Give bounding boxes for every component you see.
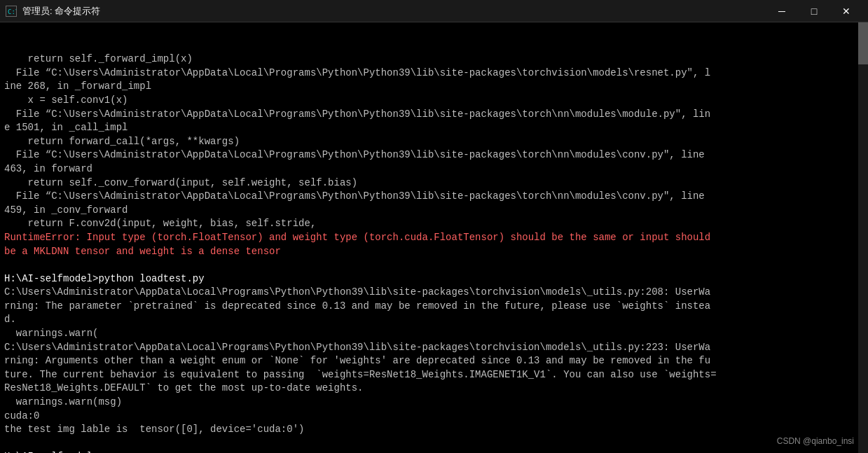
terminal-line: File “C:\Users\Administrator\AppData\Loc… [4, 148, 864, 162]
terminal-line: C:\Users\Administrator\AppData\Local\Pro… [4, 341, 864, 355]
terminal-line: ResNet18_Weights.DEFAULT` to get the mos… [4, 382, 864, 396]
terminal-line: File “C:\Users\Administrator\AppData\Loc… [4, 190, 864, 204]
terminal-content: return self._forward_impl(x) File “C:\Us… [4, 53, 864, 453]
terminal-line: ine 268, in _forward_impl [4, 80, 864, 94]
terminal-line: H:\AI-selfmodel> [4, 450, 864, 453]
terminal-line: rning: Arguments other than a weight enu… [4, 354, 864, 368]
window-title: 管理员: 命令提示符 [22, 5, 100, 18]
window-controls: ─ □ ✕ [766, 0, 862, 22]
terminal-line: return self._forward_impl(x) [4, 53, 864, 67]
terminal-line: the test img lable is tensor([0], device… [4, 423, 864, 437]
svg-text:C:\: C:\ [8, 8, 16, 15]
terminal-line: 459, in _conv_forward [4, 204, 864, 218]
terminal-line: return forward_call(*args, **kwargs) [4, 135, 864, 149]
terminal-line: File “C:\Users\Administrator\AppData\Loc… [4, 108, 864, 122]
scrollbar[interactable] [858, 22, 868, 453]
terminal-line: return F.conv2d(input, weight, bias, sel… [4, 217, 864, 231]
terminal-line: warnings.warn(msg) [4, 396, 864, 410]
terminal-line: be a MKLDNN tensor and weight is a dense… [4, 245, 864, 259]
maximize-button[interactable]: □ [798, 0, 830, 22]
terminal-body[interactable]: return self._forward_impl(x) File “C:\Us… [0, 22, 868, 453]
close-button[interactable]: ✕ [830, 0, 862, 22]
terminal-window: C:\ 管理员: 命令提示符 ─ □ ✕ return self._forwar… [0, 0, 868, 453]
terminal-icon: C:\ [6, 6, 17, 17]
terminal-line: d. [4, 313, 864, 327]
scrollbar-thumb[interactable] [858, 22, 868, 64]
terminal-line: return self._conv_forward(input, self.we… [4, 176, 864, 190]
terminal-line: H:\AI-selfmodel>python loadtest.py [4, 272, 864, 286]
terminal-line: C:\Users\Administrator\AppData\Local\Pro… [4, 286, 864, 300]
terminal-line: e 1501, in _call_impl [4, 121, 864, 135]
terminal-line [4, 437, 864, 451]
terminal-line: x = self.conv1(x) [4, 94, 864, 108]
terminal-line: rning: The parameter `pretrained` is dep… [4, 300, 864, 314]
terminal-line: 463, in forward [4, 162, 864, 176]
title-bar: C:\ 管理员: 命令提示符 ─ □ ✕ [0, 0, 868, 22]
minimize-button[interactable]: ─ [766, 0, 798, 22]
title-bar-left: C:\ 管理员: 命令提示符 [6, 5, 100, 18]
terminal-line: warnings.warn( [4, 327, 864, 341]
watermark: CSDN @qianbo_insi [777, 435, 854, 447]
terminal-line: cuda:0 [4, 410, 864, 424]
terminal-line: ture. The current behavior is equivalent… [4, 368, 864, 382]
terminal-line [4, 258, 864, 272]
terminal-line: File “C:\Users\Administrator\AppData\Loc… [4, 67, 864, 81]
terminal-line: RuntimeError: Input type (torch.FloatTen… [4, 231, 864, 245]
